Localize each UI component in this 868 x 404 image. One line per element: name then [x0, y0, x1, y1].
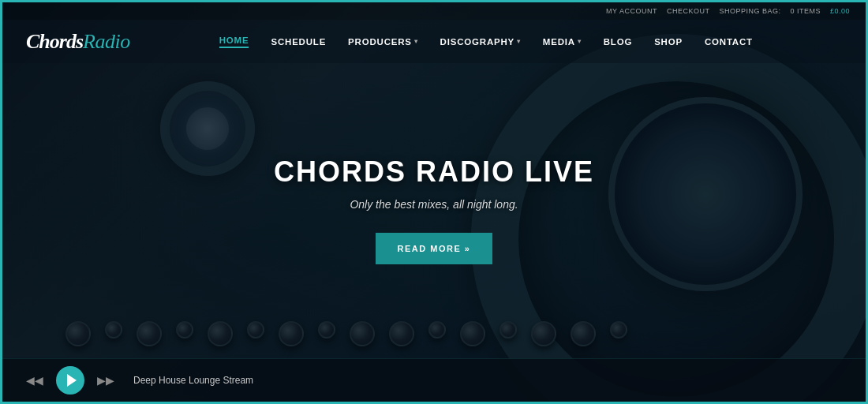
page-wrapper: MY ACCOUNT CHECKOUT SHOPPING BAG: 0 ITEM…: [0, 0, 868, 404]
cart-total: £0.00: [830, 7, 850, 15]
nav-shop[interactable]: SHOP: [654, 37, 683, 47]
nav-discography[interactable]: DISCOGRAPHY ▾: [440, 37, 521, 47]
nav-contact[interactable]: CONTACT: [705, 37, 753, 47]
player-prev-button[interactable]: ◀◀: [26, 374, 43, 387]
player-play-button[interactable]: [56, 366, 84, 395]
site-header: Chords Radio HOME SCHEDULE PRODUCERS ▾ D…: [2, 20, 866, 63]
logo-radio-text: Radio: [83, 30, 130, 54]
player-track-name: Deep House Lounge Stream: [133, 375, 253, 386]
nav-discography-label: DISCOGRAPHY: [440, 37, 514, 47]
my-account-link[interactable]: MY ACCOUNT: [606, 7, 657, 15]
main-navigation: HOME SCHEDULE PRODUCERS ▾ DISCOGRAPHY ▾ …: [130, 36, 842, 48]
site-logo[interactable]: Chords Radio: [26, 30, 130, 54]
top-bar: MY ACCOUNT CHECKOUT SHOPPING BAG: 0 ITEM…: [2, 2, 866, 20]
nav-schedule-label: SCHEDULE: [271, 37, 326, 47]
player-next-button[interactable]: ▶▶: [97, 374, 114, 387]
audio-player: ◀◀ ▶▶ Deep House Lounge Stream: [2, 358, 866, 402]
hero-title: CHORDS RADIO LIVE: [197, 155, 671, 189]
nav-contact-label: CONTACT: [705, 37, 753, 47]
nav-producers[interactable]: PRODUCERS ▾: [348, 37, 418, 47]
nav-home-label: HOME: [219, 36, 249, 45]
checkout-link[interactable]: CHECKOUT: [667, 7, 710, 15]
shopping-bag-label: SHOPPING BAG:: [719, 7, 780, 15]
nav-schedule[interactable]: SCHEDULE: [271, 37, 326, 47]
play-icon: [67, 374, 77, 387]
hero-content: CHORDS RADIO LIVE Only the best mixes, a…: [197, 155, 671, 264]
chevron-down-icon: ▾: [578, 38, 582, 45]
nav-blog[interactable]: BLOG: [604, 37, 632, 47]
chevron-down-icon: ▾: [517, 38, 521, 45]
hero-subtitle: Only the best mixes, all night long.: [197, 198, 671, 211]
nav-media-label: MEDIA: [543, 37, 575, 47]
nav-producers-label: PRODUCERS: [348, 37, 412, 47]
nav-media[interactable]: MEDIA ▾: [543, 37, 582, 47]
logo-chords-text: Chords: [26, 30, 83, 54]
chevron-down-icon: ▾: [414, 38, 418, 45]
read-more-button[interactable]: READ MORE »: [376, 233, 493, 264]
nav-blog-label: BLOG: [604, 37, 632, 47]
items-count: 0 ITEMS: [790, 7, 821, 15]
nav-shop-label: SHOP: [654, 37, 683, 47]
nav-home[interactable]: HOME: [219, 36, 249, 48]
